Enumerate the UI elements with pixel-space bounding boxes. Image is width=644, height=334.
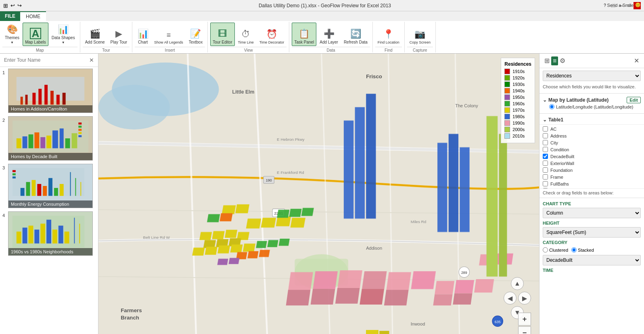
field-item-frame[interactable]: Frame [539, 173, 644, 180]
copy-screen-button[interactable]: 📷 Copy Screen [407, 23, 433, 46]
right-panel: ⊞ ≡ ⚙ ✕ Residences Choose which fields y… [539, 54, 644, 334]
play-tour-button[interactable]: ▶ Play Tour [108, 23, 130, 46]
time-decorator-button[interactable]: ⏰ Time Decorator [257, 23, 287, 46]
svg-rect-6 [56, 95, 60, 105]
nav-left-btn[interactable]: ◀ [504, 292, 516, 305]
themes-button[interactable]: 🎨 Themes ▼ [2, 23, 22, 46]
svg-rect-135 [355, 107, 365, 219]
show-all-legends-button[interactable]: ≡ Show All Legends [152, 23, 186, 46]
time-decorator-icon: ⏰ [266, 29, 277, 40]
chevron-table1-icon: ⌄ [543, 117, 547, 123]
table1-header[interactable]: ⌄ Table1 [543, 117, 641, 123]
add-layer-button[interactable]: ➕ Add Layer [317, 23, 341, 46]
field-item-exteriorwall[interactable]: ExteriorWall [539, 160, 644, 167]
field-checkbox-address[interactable] [543, 133, 548, 138]
field-item-fullbaths[interactable]: FullBaths [539, 180, 644, 187]
field-checkbox-exteriorwall[interactable] [543, 161, 548, 166]
svg-text:Frisco: Frisco [366, 73, 382, 79]
tour-name-input[interactable] [4, 57, 89, 63]
svg-rect-109 [288, 272, 313, 290]
tour-panel-close[interactable]: ✕ [89, 57, 94, 63]
right-panel-close-btn[interactable]: ✕ [632, 56, 641, 65]
list-icon-btn[interactable]: ≡ [551, 56, 558, 65]
legend-color-2000s [504, 127, 510, 132]
field-item-foundation[interactable]: Foundation [539, 167, 644, 173]
zoom-in-btn[interactable]: + [518, 313, 531, 326]
svg-rect-105 [247, 251, 258, 259]
legend-item-1960s: 1960s [504, 101, 531, 106]
stacked-label[interactable]: Stacked [571, 247, 594, 253]
tour-editor-button[interactable]: 🎞 Tour Editor [210, 23, 234, 46]
tour-item-4[interactable]: 4 [2, 211, 96, 256]
svg-rect-12 [17, 138, 21, 148]
clustered-label[interactable]: Clustered [543, 247, 568, 253]
field-checkbox-decadebuilt[interactable] [543, 154, 548, 159]
chart-button[interactable]: 📊 Chart [135, 23, 151, 46]
svg-rect-106 [259, 250, 270, 257]
svg-rect-131 [277, 210, 289, 218]
capture-group-label: Capture [407, 47, 433, 52]
right-panel-header: ⊞ ≡ ⚙ ✕ [539, 54, 644, 68]
window-title: Dallas Utility Demo (1).xlsx - GeoFlow P… [52, 3, 598, 8]
add-scene-button[interactable]: 🎬 Add Scene [83, 23, 107, 46]
field-item-address[interactable]: Address [539, 132, 644, 139]
tour-item-3[interactable]: 3 [2, 164, 96, 208]
refresh-data-button[interactable]: 🔄 Refresh Data [341, 23, 370, 46]
field-checkbox-frame[interactable] [543, 174, 548, 180]
svg-rect-24 [78, 129, 82, 131]
field-item-decadebuilt[interactable]: DecadeBuilt [539, 153, 644, 160]
time-line-button[interactable]: ⏱ Time Line [236, 23, 256, 46]
stacked-radio[interactable] [571, 247, 577, 253]
svg-rect-133 [301, 208, 314, 216]
map-labels-button[interactable]: A Map Labels [23, 23, 48, 46]
field-checkbox-foundation[interactable] [543, 167, 548, 173]
send-smile[interactable]: Send a Smile 😊 [607, 2, 641, 8]
chart-type-select[interactable]: ColumnBarBubbleHeatmap [543, 208, 641, 218]
field-item-condition[interactable]: Condition [539, 146, 644, 153]
svg-rect-89 [199, 232, 212, 240]
undo-btn[interactable]: ↩ [10, 2, 15, 8]
tour-item-2[interactable]: 2 [2, 116, 96, 161]
textbox-button[interactable]: 📝 Textbox [186, 23, 205, 46]
svg-rect-116 [311, 289, 335, 305]
lat-lon-radio[interactable] [549, 104, 554, 109]
tour-thumb-2: Homes by Decade Built [8, 116, 93, 161]
svg-rect-93 [203, 240, 216, 248]
map-by-edit-btn[interactable]: Edit [627, 97, 641, 103]
svg-rect-26 [78, 135, 82, 137]
tour-item-1[interactable]: 1 Homes in Addison [2, 69, 96, 113]
zoom-out-btn[interactable]: − [518, 326, 531, 334]
layers-icon-btn[interactable]: ⊞ [543, 56, 551, 65]
task-panel-button[interactable]: 📋 Task Panel [292, 23, 316, 46]
field-list-scroll[interactable]: ACAddressCityConditionDecadeBuiltExterio… [539, 124, 644, 189]
play-tour-icon: ▶ [115, 29, 122, 39]
tour-item-1-label: Homes in Addison/Carrollton [8, 105, 92, 113]
tab-home[interactable]: HOME [20, 11, 46, 21]
field-checkbox-condition[interactable] [543, 147, 548, 152]
tab-file[interactable]: FILE [0, 11, 20, 21]
svg-rect-7 [63, 93, 66, 104]
map-by-header[interactable]: ⌄ Map by Latitude (Latitude) Edit [543, 97, 641, 103]
chart-icon: 📊 [138, 29, 148, 39]
field-checkbox-city[interactable] [543, 140, 548, 145]
height-select[interactable]: SquareFeet (Sum)LotSize (Sum)YearBuilt (… [543, 227, 641, 238]
field-item-city[interactable]: City [539, 139, 644, 146]
quick-access-toolbar[interactable]: ⊞ ↩ ↪ [3, 2, 52, 9]
layer-select[interactable]: Residences [543, 71, 641, 81]
field-checkbox-fullbaths[interactable] [543, 181, 548, 186]
category-select[interactable]: DecadeBuiltCityCondition [543, 255, 641, 265]
svg-rect-114 [411, 271, 436, 289]
nav-up-btn[interactable]: ▲ [511, 277, 524, 290]
nav-right-btn[interactable]: ▶ [518, 292, 531, 305]
redo-btn[interactable]: ↪ [17, 2, 22, 8]
map-area[interactable]: E Hebron Pkwy E Frankford Rd Belt Line R… [98, 54, 539, 334]
settings-icon-btn[interactable]: ⚙ [558, 56, 567, 65]
data-shapes-button[interactable]: 📊 Data Shapes ▼ [49, 23, 77, 46]
svg-rect-140 [487, 116, 498, 277]
clustered-radio[interactable] [543, 247, 548, 253]
divider-2 [539, 113, 644, 114]
field-item-ac[interactable]: AC [539, 125, 644, 132]
svg-rect-103 [279, 239, 290, 246]
find-location-button[interactable]: 📍 Find Location [375, 23, 402, 46]
field-checkbox-ac[interactable] [543, 126, 548, 132]
